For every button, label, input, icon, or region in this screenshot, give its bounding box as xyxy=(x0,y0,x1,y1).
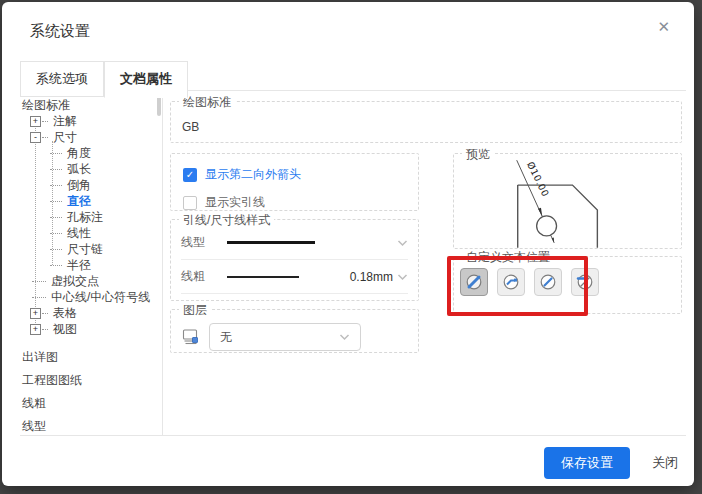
tree-item-annotations[interactable]: + 注解 xyxy=(30,113,162,129)
expand-icon[interactable]: + xyxy=(30,308,41,319)
system-settings-dialog: 系统设置 ✕ 系统选项 文档属性 绘图标准 + 注解 - 尺寸 角度 xyxy=(2,2,694,486)
line-weight-value: 0.18mm xyxy=(350,270,393,284)
tree-item-hole-callout[interactable]: 孔标注 xyxy=(50,209,162,225)
custom-text-position-option-outside[interactable] xyxy=(571,268,599,296)
checkbox-show-solid-leader[interactable]: 显示实引线 xyxy=(171,194,418,211)
drawing-standard-value: GB xyxy=(171,102,681,134)
chevron-down-icon xyxy=(397,273,408,281)
tree-item-detailing[interactable]: 出详图 xyxy=(22,349,162,365)
dim-text-along-leader-icon xyxy=(465,273,483,291)
leader-dimension-line-style-group: 引线/尺寸线样式 线型 线粗 0.18mm xyxy=(170,219,419,301)
line-type-dropdown[interactable]: 线型 xyxy=(181,226,408,260)
dimension-text: Ø10.00 xyxy=(525,160,551,198)
chevron-down-icon xyxy=(339,333,350,341)
tree-item-arc-length[interactable]: 弧长 xyxy=(50,161,162,177)
tab-bar: 系统选项 文档属性 xyxy=(20,61,188,97)
save-settings-button[interactable]: 保存设置 xyxy=(544,447,630,479)
close-icon[interactable]: ✕ xyxy=(657,18,670,36)
tree-item-radius[interactable]: 半径 xyxy=(50,257,162,273)
drawing-standard-group: 绘图标准 GB xyxy=(170,101,682,143)
settings-tree: 绘图标准 + 注解 - 尺寸 角度 弧长 倒角 直径 xyxy=(20,91,163,435)
tree-item-drawing-standard[interactable]: 绘图标准 xyxy=(22,97,162,113)
tree-item-diameter[interactable]: 直径 xyxy=(50,193,162,209)
dim-text-broken-leader-icon xyxy=(502,273,520,291)
custom-text-position-option-broken-leader[interactable] xyxy=(497,268,525,296)
checked-checkbox-icon[interactable]: ✓ xyxy=(183,168,197,182)
tree-item-tables[interactable]: + 表格 xyxy=(30,305,162,321)
dialog-title: 系统设置 xyxy=(30,22,90,41)
diameter-dimension-preview: Ø10.00 xyxy=(454,160,681,248)
expand-icon[interactable]: + xyxy=(30,324,41,335)
tree-item-drawing-sheets[interactable]: 工程图图纸 xyxy=(22,372,162,388)
tree-connector-line xyxy=(35,119,36,329)
custom-text-position-option-along-leader[interactable] xyxy=(460,268,488,296)
tab-document-properties[interactable]: 文档属性 xyxy=(104,61,188,98)
close-button[interactable]: 关闭 xyxy=(652,454,678,472)
line-weight-sample xyxy=(227,276,299,278)
checkbox-show-second-outward-arrow[interactable]: ✓ 显示第二向外箭头 xyxy=(171,166,418,183)
tree-item-dimension-chain[interactable]: 尺寸链 xyxy=(50,241,162,257)
dialog-footer: 保存设置 关闭 xyxy=(544,447,678,479)
tree-item-line-style[interactable]: 线型 xyxy=(22,418,162,434)
line-type-sample xyxy=(227,241,315,244)
line-weight-dropdown[interactable]: 线粗 0.18mm xyxy=(181,260,408,294)
preview-group: 预览 xyxy=(453,153,682,249)
collapse-icon[interactable]: - xyxy=(30,132,41,143)
tree-item-chamfer[interactable]: 倒角 xyxy=(50,177,162,193)
tree-connector-line xyxy=(52,141,53,265)
dim-text-centered-leader-icon xyxy=(539,273,557,291)
tree-item-dimensions[interactable]: - 尺寸 xyxy=(30,129,162,145)
expand-icon[interactable]: + xyxy=(30,116,41,127)
tab-system-options[interactable]: 系统选项 xyxy=(20,61,104,97)
chevron-down-icon xyxy=(397,239,408,247)
layer-group: 图层 无 xyxy=(170,309,419,353)
custom-text-position-option-centered[interactable] xyxy=(534,268,562,296)
tree-item-views[interactable]: + 视图 xyxy=(30,321,162,337)
tab-content: 绘图标准 + 注解 - 尺寸 角度 弧长 倒角 直径 xyxy=(20,90,686,436)
dim-text-outside-leader-icon xyxy=(576,273,594,291)
unchecked-checkbox-icon[interactable] xyxy=(183,196,197,210)
custom-text-position-group: 自定义文本位置 xyxy=(453,256,682,314)
tree-item-angle[interactable]: 角度 xyxy=(50,145,162,161)
tree-item-centerlines[interactable]: 中心线/中心符号线 xyxy=(32,289,162,305)
main-panel: 绘图标准 GB ✓ 显示第二向外箭头 显示实引线 xyxy=(163,91,686,435)
tree-item-line-thickness[interactable]: 线粗 xyxy=(22,395,162,411)
layers-icon xyxy=(181,328,201,346)
tree-item-virtual-sharps[interactable]: 虚拟交点 xyxy=(32,273,162,289)
arrow-options-group: ✓ 显示第二向外箭头 显示实引线 xyxy=(170,153,419,211)
tree-item-linear[interactable]: 线性 xyxy=(50,225,162,241)
layer-select[interactable]: 无 xyxy=(209,323,361,351)
